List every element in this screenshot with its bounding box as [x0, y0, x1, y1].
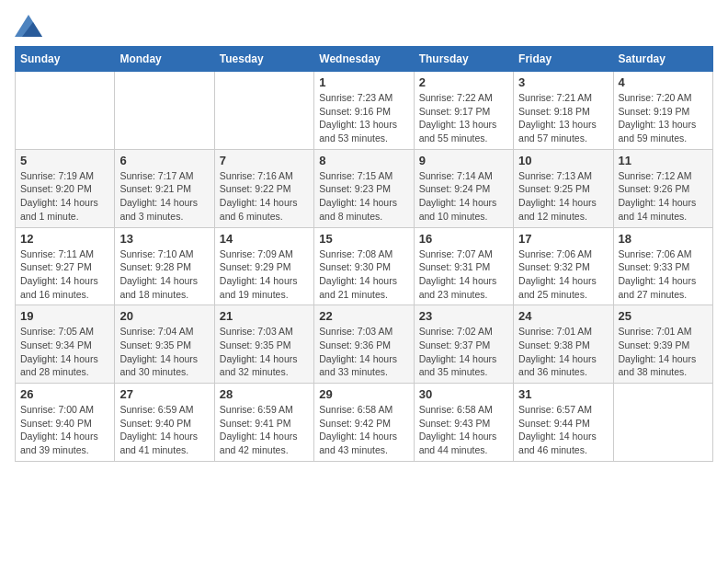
calendar-week-row: 12Sunrise: 7:11 AM Sunset: 9:27 PM Dayli… — [16, 227, 713, 305]
day-number: 4 — [619, 75, 708, 89]
calendar-cell — [613, 384, 712, 462]
day-number: 23 — [419, 309, 508, 323]
day-info: Sunrise: 7:00 AM Sunset: 9:40 PM Dayligh… — [20, 403, 109, 457]
page-header — [15, 15, 713, 37]
day-number: 27 — [119, 387, 209, 401]
calendar-cell: 10Sunrise: 7:13 AM Sunset: 9:25 PM Dayli… — [514, 149, 613, 227]
day-info: Sunrise: 7:09 AM Sunset: 9:29 PM Dayligh… — [220, 247, 309, 302]
calendar-cell: 18Sunrise: 7:06 AM Sunset: 9:33 PM Dayli… — [613, 227, 712, 305]
day-number: 18 — [619, 232, 708, 246]
day-info: Sunrise: 7:22 AM Sunset: 9:17 PM Dayligh… — [419, 91, 508, 145]
calendar-cell: 29Sunrise: 6:58 AM Sunset: 9:42 PM Dayli… — [314, 384, 414, 462]
day-info: Sunrise: 7:06 AM Sunset: 9:33 PM Dayligh… — [619, 247, 708, 302]
calendar-cell: 11Sunrise: 7:12 AM Sunset: 9:26 PM Dayli… — [613, 149, 712, 227]
calendar-cell: 23Sunrise: 7:02 AM Sunset: 9:37 PM Dayli… — [414, 305, 513, 384]
day-number: 31 — [518, 387, 608, 401]
day-number: 14 — [220, 232, 309, 246]
day-number: 9 — [419, 154, 508, 167]
day-info: Sunrise: 7:15 AM Sunset: 9:23 PM Dayligh… — [319, 169, 408, 224]
day-info: Sunrise: 6:58 AM Sunset: 9:42 PM Dayligh… — [319, 403, 408, 457]
day-info: Sunrise: 7:06 AM Sunset: 9:32 PM Dayligh… — [518, 247, 608, 302]
calendar-header-saturday: Saturday — [613, 47, 712, 72]
calendar-cell: 13Sunrise: 7:10 AM Sunset: 9:28 PM Dayli… — [115, 227, 214, 305]
day-number: 6 — [119, 154, 209, 167]
day-number: 29 — [319, 387, 408, 401]
day-number: 19 — [20, 309, 109, 323]
calendar-cell: 1Sunrise: 7:23 AM Sunset: 9:16 PM Daylig… — [314, 72, 414, 150]
day-info: Sunrise: 6:59 AM Sunset: 9:41 PM Dayligh… — [220, 403, 309, 457]
day-number: 15 — [319, 232, 408, 246]
calendar-cell: 4Sunrise: 7:20 AM Sunset: 9:19 PM Daylig… — [613, 72, 712, 150]
day-info: Sunrise: 7:21 AM Sunset: 9:18 PM Dayligh… — [518, 91, 608, 145]
day-info: Sunrise: 7:05 AM Sunset: 9:34 PM Dayligh… — [20, 325, 109, 379]
day-info: Sunrise: 6:59 AM Sunset: 9:40 PM Dayligh… — [119, 403, 209, 457]
calendar-cell: 9Sunrise: 7:14 AM Sunset: 9:24 PM Daylig… — [414, 149, 513, 227]
calendar-cell: 20Sunrise: 7:04 AM Sunset: 9:35 PM Dayli… — [115, 305, 214, 384]
day-number: 3 — [518, 75, 608, 89]
day-number: 22 — [319, 309, 408, 323]
day-number: 10 — [518, 154, 608, 167]
calendar-cell: 19Sunrise: 7:05 AM Sunset: 9:34 PM Dayli… — [16, 305, 115, 384]
day-number: 2 — [419, 75, 508, 89]
calendar-cell: 21Sunrise: 7:03 AM Sunset: 9:35 PM Dayli… — [214, 305, 313, 384]
day-info: Sunrise: 7:01 AM Sunset: 9:38 PM Dayligh… — [518, 325, 608, 379]
calendar-header-row: SundayMondayTuesdayWednesdayThursdayFrid… — [16, 47, 713, 72]
calendar-header-friday: Friday — [514, 47, 613, 72]
day-number: 7 — [220, 154, 309, 167]
calendar-cell: 28Sunrise: 6:59 AM Sunset: 9:41 PM Dayli… — [214, 384, 313, 462]
calendar-cell: 7Sunrise: 7:16 AM Sunset: 9:22 PM Daylig… — [214, 149, 313, 227]
calendar-cell: 24Sunrise: 7:01 AM Sunset: 9:38 PM Dayli… — [514, 305, 613, 384]
day-info: Sunrise: 7:13 AM Sunset: 9:25 PM Dayligh… — [518, 169, 608, 224]
day-number: 30 — [419, 387, 508, 401]
day-info: Sunrise: 7:17 AM Sunset: 9:21 PM Dayligh… — [119, 169, 209, 224]
day-info: Sunrise: 7:14 AM Sunset: 9:24 PM Dayligh… — [419, 169, 508, 224]
calendar-cell: 31Sunrise: 6:57 AM Sunset: 9:44 PM Dayli… — [514, 384, 613, 462]
calendar-cell: 30Sunrise: 6:58 AM Sunset: 9:43 PM Dayli… — [414, 384, 513, 462]
calendar-cell: 16Sunrise: 7:07 AM Sunset: 9:31 PM Dayli… — [414, 227, 513, 305]
calendar-cell: 3Sunrise: 7:21 AM Sunset: 9:18 PM Daylig… — [514, 72, 613, 150]
calendar-week-row: 26Sunrise: 7:00 AM Sunset: 9:40 PM Dayli… — [16, 384, 713, 462]
calendar-cell: 14Sunrise: 7:09 AM Sunset: 9:29 PM Dayli… — [214, 227, 313, 305]
day-number: 21 — [220, 309, 309, 323]
calendar-cell: 8Sunrise: 7:15 AM Sunset: 9:23 PM Daylig… — [314, 149, 414, 227]
day-info: Sunrise: 7:07 AM Sunset: 9:31 PM Dayligh… — [419, 247, 508, 302]
calendar-header-wednesday: Wednesday — [314, 47, 414, 72]
calendar-header-thursday: Thursday — [414, 47, 513, 72]
calendar-cell: 6Sunrise: 7:17 AM Sunset: 9:21 PM Daylig… — [115, 149, 214, 227]
calendar-cell: 17Sunrise: 7:06 AM Sunset: 9:32 PM Dayli… — [514, 227, 613, 305]
day-number: 11 — [619, 154, 708, 167]
logo — [15, 15, 46, 37]
day-number: 8 — [319, 154, 408, 167]
day-number: 12 — [20, 232, 109, 246]
day-info: Sunrise: 7:04 AM Sunset: 9:35 PM Dayligh… — [119, 325, 209, 379]
day-info: Sunrise: 7:08 AM Sunset: 9:30 PM Dayligh… — [319, 247, 408, 302]
day-info: Sunrise: 7:16 AM Sunset: 9:22 PM Dayligh… — [220, 169, 309, 224]
calendar-cell: 5Sunrise: 7:19 AM Sunset: 9:20 PM Daylig… — [16, 149, 115, 227]
day-info: Sunrise: 7:12 AM Sunset: 9:26 PM Dayligh… — [619, 169, 708, 224]
calendar-header-monday: Monday — [115, 47, 214, 72]
calendar-cell: 2Sunrise: 7:22 AM Sunset: 9:17 PM Daylig… — [414, 72, 513, 150]
day-number: 5 — [20, 154, 109, 167]
calendar-cell: 27Sunrise: 6:59 AM Sunset: 9:40 PM Dayli… — [115, 384, 214, 462]
calendar-cell — [214, 72, 313, 150]
day-info: Sunrise: 7:19 AM Sunset: 9:20 PM Dayligh… — [20, 169, 109, 224]
calendar-week-row: 19Sunrise: 7:05 AM Sunset: 9:34 PM Dayli… — [16, 305, 713, 384]
calendar-cell — [115, 72, 214, 150]
day-number: 28 — [220, 387, 309, 401]
calendar-cell: 22Sunrise: 7:03 AM Sunset: 9:36 PM Dayli… — [314, 305, 414, 384]
day-info: Sunrise: 7:20 AM Sunset: 9:19 PM Dayligh… — [619, 91, 708, 145]
calendar-week-row: 5Sunrise: 7:19 AM Sunset: 9:20 PM Daylig… — [16, 149, 713, 227]
day-number: 24 — [518, 309, 608, 323]
day-info: Sunrise: 7:03 AM Sunset: 9:36 PM Dayligh… — [319, 325, 408, 379]
day-number: 16 — [419, 232, 508, 246]
calendar-cell: 15Sunrise: 7:08 AM Sunset: 9:30 PM Dayli… — [314, 227, 414, 305]
logo-icon — [15, 15, 42, 37]
day-info: Sunrise: 7:03 AM Sunset: 9:35 PM Dayligh… — [220, 325, 309, 379]
day-info: Sunrise: 7:10 AM Sunset: 9:28 PM Dayligh… — [119, 247, 209, 302]
day-info: Sunrise: 6:58 AM Sunset: 9:43 PM Dayligh… — [419, 403, 508, 457]
day-number: 25 — [619, 309, 708, 323]
calendar-cell: 25Sunrise: 7:01 AM Sunset: 9:39 PM Dayli… — [613, 305, 712, 384]
calendar-week-row: 1Sunrise: 7:23 AM Sunset: 9:16 PM Daylig… — [16, 72, 713, 150]
day-number: 1 — [319, 75, 408, 89]
day-info: Sunrise: 7:01 AM Sunset: 9:39 PM Dayligh… — [619, 325, 708, 379]
